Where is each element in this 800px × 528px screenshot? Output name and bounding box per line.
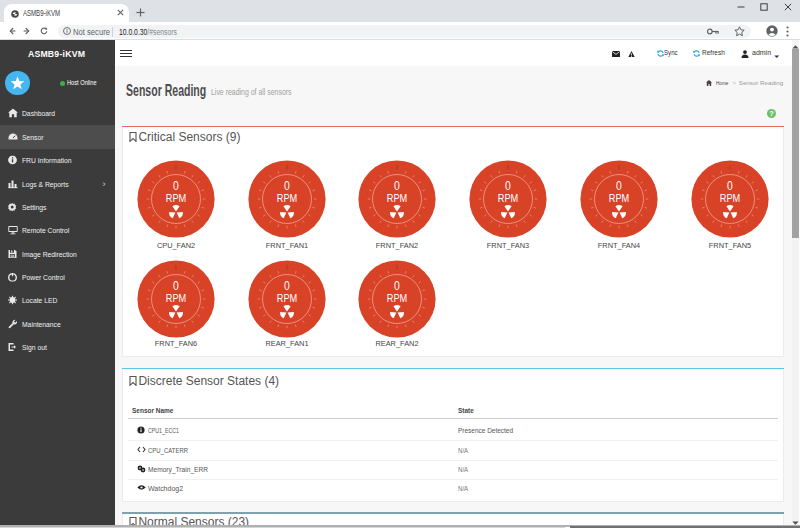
- svg-text:RPM: RPM: [277, 191, 298, 203]
- svg-text:RPM: RPM: [609, 191, 630, 203]
- svg-text:RPM: RPM: [387, 292, 408, 304]
- svg-text:RPM: RPM: [498, 191, 519, 203]
- svg-text:RPM: RPM: [387, 191, 408, 203]
- svg-text:RPM: RPM: [166, 191, 187, 203]
- svg-text:RPM: RPM: [277, 292, 298, 304]
- svg-text:RPM: RPM: [166, 292, 187, 304]
- svg-text:RPM: RPM: [720, 191, 741, 203]
